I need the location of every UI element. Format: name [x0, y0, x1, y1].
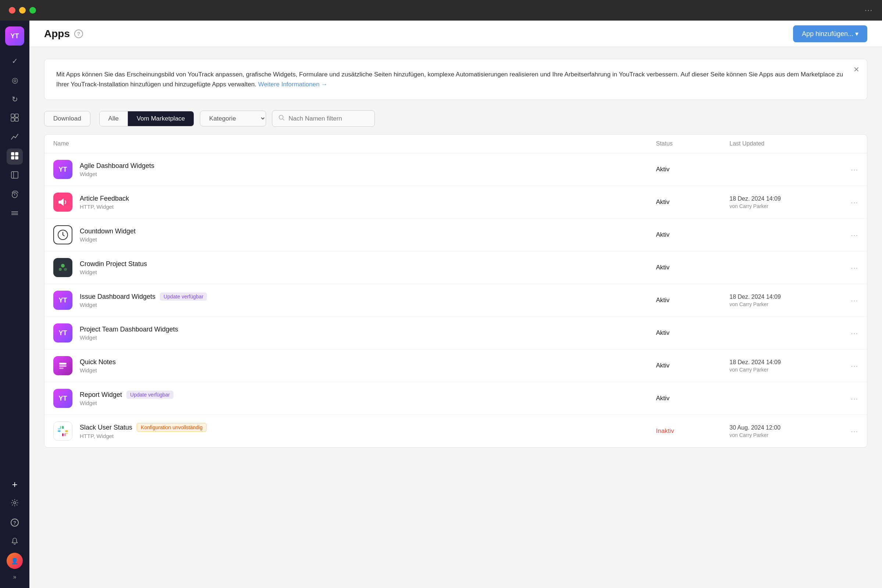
updated-by: von Carry Parker [729, 203, 840, 209]
svg-rect-7 [15, 156, 18, 159]
check-icon: ✓ [12, 57, 18, 65]
col-status-header: Status [656, 140, 729, 147]
row-more-button[interactable]: ··· [840, 394, 858, 403]
table-row: Article Feedback HTTP, Widget Aktiv 18 D… [45, 186, 867, 219]
main-content: Apps ? App hinzufügen... ▾ Mit Apps könn… [29, 21, 882, 588]
app-icon-quick-notes [53, 356, 72, 375]
svg-point-19 [61, 264, 64, 267]
plus-icon: + [12, 479, 17, 490]
help-icon-button[interactable]: ? [74, 29, 83, 38]
status-badge: Aktiv [656, 297, 729, 304]
svg-point-20 [59, 268, 62, 271]
titlebar-more-icon[interactable]: ⋯ [864, 6, 873, 15]
sidebar-logo[interactable]: YT [5, 27, 24, 46]
svg-rect-22 [59, 363, 66, 364]
updated-by: von Carry Parker [729, 367, 840, 373]
row-more-button[interactable]: ··· [840, 198, 858, 207]
status-badge: Aktiv [656, 198, 729, 206]
row-more-button[interactable]: ··· [840, 362, 858, 370]
sidebar-item-circle[interactable]: ◎ [7, 72, 23, 88]
search-input[interactable] [288, 115, 369, 122]
user-avatar[interactable]: 👤 [7, 553, 23, 569]
updated-by: von Carry Parker [729, 432, 840, 438]
row-more-button[interactable]: ··· [840, 296, 858, 304]
download-button[interactable]: Download [44, 111, 90, 126]
sidebar-item-timer[interactable] [7, 187, 23, 203]
info-banner-text: Mit Apps können Sie das Erscheinungsbild… [56, 71, 843, 88]
sidebar-collapse-button[interactable]: » [7, 572, 23, 582]
sidebar-item-check[interactable]: ✓ [7, 53, 23, 69]
app-name: Report Widget Update verfügbar [80, 391, 174, 399]
sidebar-item-layout[interactable] [7, 110, 23, 126]
content-area: Mit Apps können Sie das Erscheinungsbild… [29, 47, 882, 588]
app-category: Widget [80, 269, 147, 275]
filter-group: Alle Vom Marketplace [99, 111, 194, 126]
svg-rect-30 [60, 426, 62, 429]
app-name: Agile Dashboard Widgets [80, 162, 154, 170]
minimize-button[interactable] [19, 7, 26, 14]
titlebar: ⋯ [0, 0, 882, 21]
row-more-button[interactable]: ··· [840, 165, 858, 174]
svg-rect-28 [62, 433, 64, 436]
refresh-icon: ↻ [12, 95, 18, 104]
table-row: Slack User Status Konfiguration unvollst… [45, 415, 867, 447]
svg-rect-2 [11, 118, 14, 121]
sidebar-help-button[interactable]: ? [7, 514, 23, 531]
page-title: Apps [44, 28, 70, 40]
col-name-header: Name [53, 140, 656, 147]
update-badge: Update verfügbar [126, 391, 174, 399]
row-more-button[interactable]: ··· [840, 231, 858, 239]
app-info: Quick Notes Widget [53, 356, 656, 375]
chevron-right-icon: » [13, 574, 16, 580]
sidebar-item-chart[interactable] [7, 129, 23, 146]
app-info: Slack User Status Konfiguration unvollst… [53, 422, 656, 441]
svg-point-16 [279, 116, 284, 119]
info-banner-close-button[interactable]: ✕ [854, 65, 860, 74]
table-row: YT Report Widget Update verfügbar Widget… [45, 382, 867, 415]
layers-icon [10, 209, 19, 219]
row-more-button[interactable]: ··· [840, 329, 858, 338]
svg-rect-32 [64, 433, 66, 436]
toolbar: Download Alle Vom Marketplace Kategorie [44, 110, 867, 127]
status-badge: Aktiv [656, 395, 729, 402]
sidebar-item-layers[interactable] [7, 206, 23, 222]
app-name: Quick Notes [80, 358, 116, 366]
table-row: YT Project Team Dashboard Widgets Widget… [45, 317, 867, 350]
svg-rect-1 [15, 114, 18, 117]
titlebar-controls [9, 7, 36, 14]
status-badge: Aktiv [656, 329, 729, 337]
sidebar-bell-button[interactable] [7, 534, 23, 550]
table-row: YT Issue Dashboard Widgets Update verfüg… [45, 284, 867, 317]
sidebar-item-refresh[interactable]: ↻ [7, 91, 23, 107]
sidebar-settings-button[interactable] [7, 495, 23, 512]
svg-rect-3 [15, 118, 18, 121]
sidebar: YT ✓ ◎ ↻ [0, 21, 29, 588]
sidebar-add-button[interactable]: + [7, 476, 23, 492]
app-info: YT Project Team Dashboard Widgets Widget [53, 323, 656, 342]
bell-icon [10, 537, 19, 547]
app-info: Article Feedback HTTP, Widget [53, 193, 656, 212]
category-select[interactable]: Kategorie [200, 111, 266, 126]
last-updated: 18 Dez. 2024 14:09 [729, 294, 840, 300]
row-more-button[interactable]: ··· [840, 427, 858, 435]
add-app-button[interactable]: App hinzufügen... ▾ [793, 26, 867, 42]
app-info: Countdown Widget Widget [53, 225, 656, 244]
sidebar-item-book[interactable] [7, 168, 23, 184]
maximize-button[interactable] [29, 7, 36, 14]
app-icon-project-team: YT [53, 323, 72, 342]
status-badge: Inaktiv [656, 428, 729, 435]
app-category: Widget [80, 400, 174, 406]
app-info: YT Agile Dashboard Widgets Widget [53, 160, 656, 179]
sidebar-item-apps[interactable] [7, 148, 23, 165]
info-banner: Mit Apps können Sie das Erscheinungsbild… [44, 59, 867, 100]
filter-alle-button[interactable]: Alle [100, 111, 128, 126]
filter-marketplace-button[interactable]: Vom Marketplace [128, 111, 194, 126]
app-category: Widget [80, 334, 178, 340]
svg-point-15 [14, 502, 16, 504]
app-category: Widget [80, 367, 116, 374]
last-updated: 18 Dez. 2024 14:09 [729, 195, 840, 202]
table-row: Countdown Widget Widget Aktiv ··· [45, 219, 867, 251]
info-banner-link[interactable]: Weitere Informationen → [258, 81, 327, 88]
row-more-button[interactable]: ··· [840, 264, 858, 272]
close-button[interactable] [9, 7, 15, 14]
